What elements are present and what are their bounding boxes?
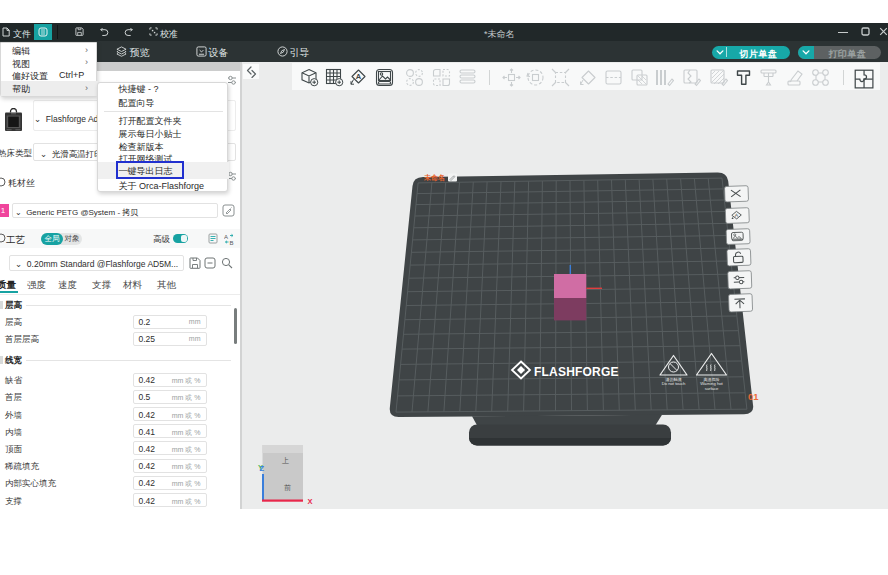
svg-text:01: 01 [748, 391, 759, 402]
svg-text:Z: Z [260, 464, 265, 473]
svg-text:X: X [308, 497, 313, 506]
svg-text:FLASHFORGE: FLASHFORGE [534, 365, 619, 379]
svg-text:surface: surface [705, 386, 719, 391]
svg-text:上: 上 [282, 457, 289, 464]
svg-text:未命名: 未命名 [423, 174, 445, 182]
svg-text:A: A [224, 233, 228, 239]
svg-text:B: B [230, 239, 234, 245]
svg-text:前: 前 [284, 484, 291, 491]
svg-text:Do not touch: Do not touch [662, 381, 686, 386]
